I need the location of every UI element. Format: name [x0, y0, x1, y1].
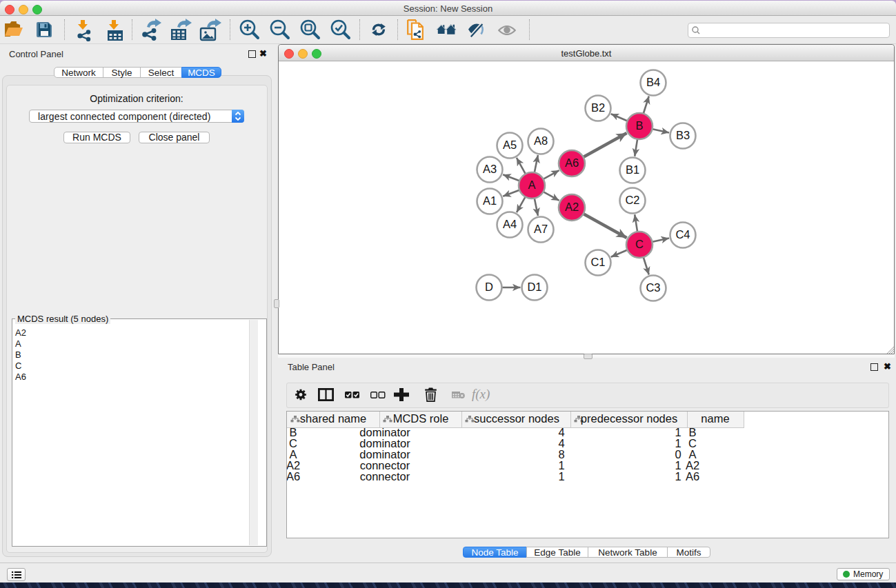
- svg-text:A6: A6: [686, 470, 699, 483]
- svg-text:A4: A4: [503, 218, 517, 230]
- svg-text:C1: C1: [590, 256, 605, 268]
- svg-text:A6: A6: [287, 470, 300, 483]
- svg-text:B1: B1: [626, 163, 639, 176]
- svg-text:A1: A1: [483, 194, 497, 207]
- svg-text:B2: B2: [591, 101, 605, 114]
- svg-text:shared name: shared name: [300, 412, 366, 425]
- svg-text:A8: A8: [534, 134, 548, 147]
- svg-text:C2: C2: [625, 194, 639, 206]
- svg-text:name: name: [701, 412, 729, 425]
- svg-text:B4: B4: [646, 76, 660, 88]
- svg-text:A3: A3: [483, 163, 497, 175]
- svg-text:A2: A2: [565, 201, 579, 213]
- svg-text:A: A: [528, 179, 535, 191]
- svg-text:A6: A6: [565, 156, 579, 169]
- svg-text:A7: A7: [534, 223, 548, 235]
- svg-text:B: B: [635, 119, 643, 132]
- svg-text:1: 1: [558, 470, 564, 483]
- svg-text:D: D: [485, 281, 493, 293]
- svg-text:successor nodes: successor nodes: [474, 412, 559, 425]
- svg-text:C4: C4: [675, 228, 690, 241]
- svg-text:D1: D1: [527, 281, 541, 293]
- svg-text:predecessor nodes: predecessor nodes: [581, 412, 677, 425]
- svg-text:A5: A5: [503, 139, 517, 151]
- svg-text:C: C: [635, 238, 644, 250]
- svg-text:B3: B3: [676, 129, 690, 141]
- svg-text:connector: connector: [360, 470, 410, 483]
- svg-text:MCDS role: MCDS role: [393, 412, 449, 425]
- svg-text:C3: C3: [646, 281, 660, 294]
- svg-text:1: 1: [675, 470, 681, 483]
